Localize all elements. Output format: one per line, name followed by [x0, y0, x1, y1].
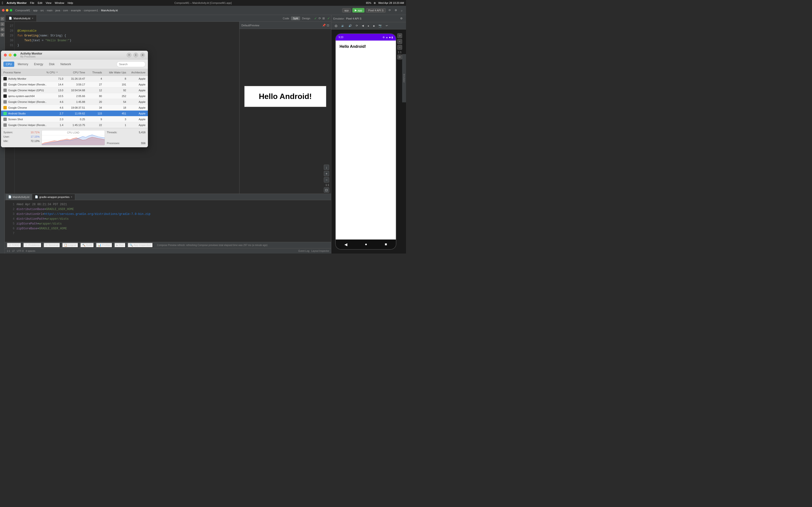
app-menu-title[interactable]: Activity Monitor [6, 1, 27, 4]
am-tab-memory[interactable]: Memory [15, 62, 31, 67]
col-process-name[interactable]: Process Name [3, 71, 46, 74]
zoom-plus-btn[interactable]: + [324, 171, 329, 176]
zoom-minus-btn[interactable]: − [324, 177, 329, 182]
run-config-selector[interactable]: app [342, 8, 351, 12]
am-tab-disk[interactable]: Disk [47, 62, 57, 67]
search-btn[interactable]: ⌕ [400, 8, 404, 12]
build-btn[interactable]: 🔨 Build [80, 243, 94, 248]
am-tab-energy[interactable]: Energy [32, 62, 46, 67]
gradle-editor[interactable]: 1 #Wed Apr 28 08:21:34 PDT 2021 2 distri… [5, 200, 331, 242]
zoom-fit-btn[interactable]: ⊡ [324, 187, 329, 193]
tab-gradle[interactable]: 📄 gradle-wrapper.properties ✕ [33, 194, 75, 200]
app-inspection-btn[interactable]: 🔍 App Inspection [128, 243, 153, 248]
emu-screenshot-btn[interactable]: 📷 [377, 24, 383, 28]
emu-vol-down-btn[interactable]: 🔉 [340, 24, 346, 28]
phone-back-btn[interactable]: ◀ [344, 242, 347, 247]
bc-src[interactable]: src [40, 9, 44, 12]
col-cpu-time[interactable]: CPU Time [63, 71, 85, 74]
tab-close-icon[interactable]: ✕ [32, 17, 34, 19]
am-search-input[interactable] [116, 61, 146, 67]
apple-menu[interactable]:  [2, 1, 3, 5]
project-icon[interactable]: P [0, 17, 4, 21]
am-tab-cpu[interactable]: CPU [3, 62, 14, 67]
emu-fit-btn[interactable]: ⊡ [397, 55, 402, 59]
col-cpu[interactable]: % CPU ▼ [46, 71, 63, 74]
menu-help[interactable]: Help [68, 1, 73, 4]
bc-java[interactable]: java [55, 9, 60, 12]
bc-root[interactable]: ComposeM1 [15, 9, 30, 12]
sync-btn[interactable]: ⟳ [387, 8, 392, 12]
refresh-icon[interactable]: ⟳ [318, 17, 321, 20]
menu-edit[interactable]: Edit [38, 1, 42, 4]
emu-recents-btn[interactable]: ■ [372, 24, 376, 28]
emu-power-btn[interactable]: ⏻ [333, 24, 339, 28]
event-log[interactable]: Event Log [298, 249, 309, 252]
table-row[interactable]: Android Studio 2.7 11:09.62 115 451 Appl… [1, 111, 148, 116]
zoom-button[interactable] [10, 9, 12, 12]
pin-icon[interactable]: 📌 [322, 24, 326, 27]
am-minimize-btn[interactable] [9, 54, 12, 56]
zoom-in-btn[interactable]: ↓ [324, 165, 329, 170]
am-tab-network[interactable]: Network [58, 62, 73, 67]
terminal-btn[interactable]: ⊟ Terminal [44, 243, 60, 248]
table-row[interactable]: Google Chrome Helper (GPU) 13.0 10:54:54… [1, 88, 148, 93]
bc-pkg[interactable]: composem1 [84, 9, 98, 12]
table-row[interactable]: Screen Shot 2.0 0.25 9 3 Apple [1, 116, 148, 122]
favorites-icon[interactable]: ★ [0, 33, 4, 37]
todo-btn[interactable]: ☑ TODO [7, 243, 21, 248]
am-close-x-btn[interactable]: ✕ [126, 53, 132, 57]
emu-back-btn[interactable]: ◀ [360, 24, 365, 28]
bc-main[interactable]: main [47, 9, 52, 12]
col-threads[interactable]: Threads [85, 71, 102, 74]
resource-icon[interactable]: R [0, 27, 4, 32]
view-tab-design[interactable]: Design [300, 16, 312, 20]
problems-btn[interactable]: ⚠ Problems [23, 243, 42, 248]
table-row[interactable]: Activity Monitor 71.0 31:26:19.47 4 8 Ap… [1, 76, 148, 81]
table-row[interactable]: Google Chrome Helper (Rende... 4.6 1:45.… [1, 99, 148, 105]
emu-home-btn[interactable]: ● [366, 24, 371, 28]
table-row[interactable]: Google Chrome Helper (Rende... 14.4 3:59… [1, 81, 148, 88]
emu-rotate-btn[interactable]: ⟳ [354, 24, 359, 28]
menu-file[interactable]: File [30, 1, 34, 4]
am-zoom-btn[interactable] [13, 54, 16, 56]
expand-icon[interactable]: ⊡ [327, 24, 329, 27]
emu-more-btn[interactable]: ↩ [384, 24, 389, 28]
settings-btn[interactable]: ⚙ [393, 8, 399, 12]
tab-mainactivity-bottom[interactable]: 📄 MainActivity.kt [6, 194, 32, 200]
am-info-btn[interactable]: ℹ [134, 53, 138, 57]
view-tab-code[interactable]: Code [281, 16, 291, 20]
emu-vol-up-btn[interactable]: 🔊 [347, 24, 353, 28]
menu-window[interactable]: Window [55, 1, 64, 4]
emu-minus-btn[interactable]: − [397, 45, 402, 50]
phone-recents-btn[interactable]: ■ [385, 242, 387, 246]
run-button[interactable]: ▶ app [352, 8, 364, 12]
run-tool-btn[interactable]: ▶ Run [114, 243, 126, 248]
emu-fold-btn[interactable]: ▽ [397, 33, 402, 38]
layout-icon[interactable]: ⊞ [322, 17, 325, 20]
view-tab-split[interactable]: Split [291, 16, 300, 20]
menu-view[interactable]: View [46, 1, 51, 4]
phone-nav-bar[interactable]: ◀ ● ■ [336, 239, 396, 249]
table-row[interactable]: Google Chrome 4.6 19:08:37.51 34 18 Appl… [1, 105, 148, 111]
bc-app[interactable]: app [33, 9, 38, 12]
minimize-button[interactable] [6, 9, 8, 12]
col-idle[interactable]: Idle Wake Ups [102, 71, 126, 74]
emu-settings-btn[interactable]: ⚙ [399, 16, 404, 20]
bc-com[interactable]: com [63, 9, 68, 12]
device-selector[interactable]: Pixel 4 API S [366, 8, 386, 12]
tab-mainactivity[interactable]: 📄 MainActivity.kt ✕ [6, 15, 37, 21]
structure-icon[interactable]: S [0, 22, 4, 26]
emu-plus-btn[interactable]: + [397, 39, 402, 44]
table-row[interactable]: Google Chrome Helper (Rende... 1.4 1:45:… [1, 122, 148, 128]
am-close-btn[interactable] [4, 54, 7, 56]
logcat-btn[interactable]: 📋 Logcat [62, 243, 78, 248]
close-button[interactable] [2, 9, 5, 12]
am-action-btn[interactable]: ⊕ [140, 53, 145, 57]
table-row[interactable]: qemu-system-aarch64 10.5 2:05.66 80 252 … [1, 93, 148, 99]
phone-content[interactable]: Hello Android! [336, 41, 396, 239]
profiler-btn[interactable]: 📊 Profiler [96, 243, 112, 248]
layout-inspector[interactable]: Layout Inspector [311, 249, 329, 252]
bc-file[interactable]: MainActivity.kt [101, 9, 118, 12]
gradle-tab-close[interactable]: ✕ [70, 196, 72, 198]
col-arch[interactable]: Architecture [126, 71, 146, 74]
